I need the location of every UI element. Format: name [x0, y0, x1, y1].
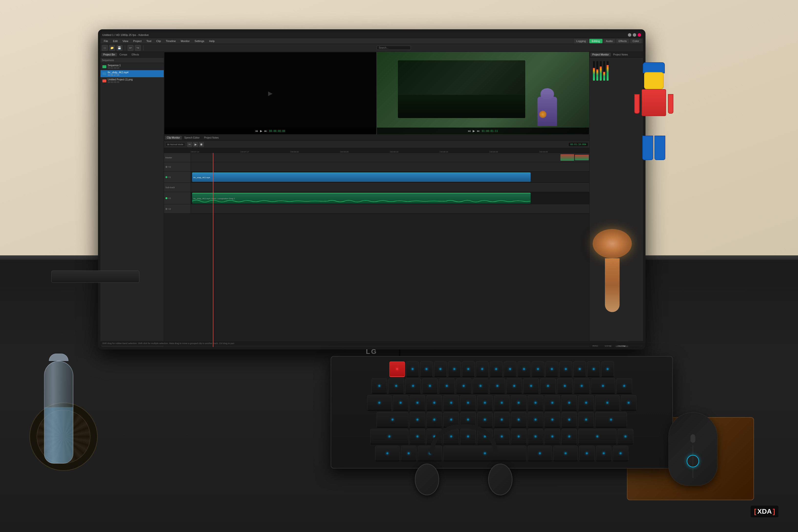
key-shift-right[interactable]	[578, 429, 616, 444]
key-f10[interactable]	[532, 361, 544, 377]
key-esc[interactable]	[390, 361, 405, 377]
key-f11[interactable]	[546, 361, 558, 377]
key-o[interactable]	[528, 395, 543, 411]
key-backtick[interactable]	[372, 378, 387, 394]
key-end[interactable]	[587, 361, 600, 377]
open-button[interactable]: 📁	[109, 45, 115, 51]
key-y[interactable]	[477, 395, 493, 411]
bin-item-video[interactable]: thr_uhdp_4K2.mp4 00:05:17:15	[100, 70, 164, 77]
key-pgup[interactable]	[621, 395, 636, 411]
track-content-v1[interactable]: thr_uhdp_4K2.mp4	[191, 172, 589, 183]
key-alt-right[interactable]	[528, 446, 552, 461]
key-pgdn[interactable]	[601, 361, 614, 377]
key-minus[interactable]	[557, 378, 573, 394]
key-r[interactable]	[443, 395, 459, 411]
key-f5[interactable]	[462, 361, 475, 377]
key-shift-left[interactable]	[370, 429, 408, 444]
next-frame-btn[interactable]: ⏭	[264, 129, 267, 133]
prev-frame-btn[interactable]: ⏮	[255, 129, 258, 133]
undo-button[interactable]: ↩	[128, 45, 133, 51]
close-button[interactable]	[638, 33, 641, 37]
key-t[interactable]	[460, 395, 476, 411]
key-f2[interactable]	[420, 361, 433, 377]
key-slash[interactable]	[562, 429, 577, 444]
key-i[interactable]	[511, 395, 527, 411]
key-right[interactable]	[613, 446, 628, 461]
program-prev-btn[interactable]: ⏮	[468, 129, 471, 133]
tab-logging[interactable]: Logging	[574, 39, 588, 43]
program-next-btn[interactable]: ⏭	[477, 129, 480, 133]
menu-project[interactable]: Project	[131, 39, 144, 43]
tab-effects[interactable]: Effects	[130, 53, 141, 56]
source-preview[interactable]: ▶ ⏮ ▶ ⏭ 00:00:00:00	[164, 52, 377, 135]
menu-tool[interactable]: Tool	[145, 39, 153, 43]
key-6[interactable]	[473, 378, 488, 394]
key-5[interactable]	[456, 378, 472, 394]
tab-project-monitor[interactable]: Project Monitor	[590, 53, 611, 56]
key-f6[interactable]	[476, 361, 489, 377]
audio-clip-1[interactable]: thr_uhdp_4K2.mp4 | track 1 composition D…	[192, 193, 531, 204]
menu-timeline[interactable]: Timeline	[164, 39, 178, 43]
key-enter[interactable]	[595, 412, 627, 428]
key-q[interactable]	[393, 395, 408, 411]
menu-help[interactable]: Help	[207, 39, 217, 43]
playhead[interactable]	[213, 153, 213, 347]
mouse[interactable]	[668, 412, 717, 486]
menu-view[interactable]: View	[120, 39, 130, 43]
minimize-button[interactable]	[628, 33, 631, 37]
key-up[interactable]	[618, 429, 633, 444]
key-backslash[interactable]	[595, 395, 620, 411]
track-content-a2[interactable]	[191, 204, 589, 213]
tab-audio[interactable]: Audio	[604, 39, 615, 43]
new-button[interactable]: □	[102, 45, 108, 51]
tab-library[interactable]: Clip Monitor	[165, 136, 182, 139]
key-f12[interactable]	[559, 361, 572, 377]
menu-file[interactable]: File	[102, 39, 110, 43]
key-f8[interactable]	[504, 361, 516, 377]
bin-item-sequence1[interactable]: Sequence 1 00:01:03:23	[100, 63, 164, 70]
key-w[interactable]	[410, 395, 425, 411]
tab-color[interactable]: Color	[630, 39, 641, 43]
key-backspace[interactable]	[591, 378, 615, 394]
key-ctrl-right[interactable]	[553, 446, 578, 461]
track-content-master[interactable]	[191, 153, 589, 162]
key-9[interactable]	[523, 378, 539, 394]
key-quote[interactable]	[578, 412, 594, 428]
key-e[interactable]	[426, 395, 442, 411]
key-period[interactable]	[545, 429, 560, 444]
key-ctrl-left[interactable]	[375, 446, 400, 461]
key-lbrace[interactable]	[562, 395, 577, 411]
program-play-btn[interactable]: ▶	[473, 129, 475, 133]
key-f3[interactable]	[434, 361, 447, 377]
tab-project-bin[interactable]: Project Bin	[101, 53, 117, 56]
tab-effects[interactable]: Effects	[616, 39, 629, 43]
key-1[interactable]	[388, 378, 404, 394]
redo-button[interactable]: ↪	[135, 45, 141, 51]
key-comma[interactable]	[528, 429, 543, 444]
key-u[interactable]	[494, 395, 510, 411]
key-3[interactable]	[422, 378, 438, 394]
menu-edit[interactable]: Edit	[111, 39, 119, 43]
key-capslock[interactable]	[377, 412, 408, 428]
bin-item-image[interactable]: Untitled Project (1).png 00:00:05:00	[100, 77, 164, 84]
key-f4[interactable]	[448, 361, 461, 377]
key-semicolon[interactable]	[562, 412, 577, 428]
zoom-mode[interactable]: de Normal Mode	[166, 142, 185, 146]
track-content-v2[interactable]	[191, 162, 589, 171]
key-tab[interactable]	[367, 395, 392, 411]
tab-speech-editor[interactable]: Speech Editor	[182, 136, 202, 139]
video-clip-1[interactable]: thr_uhdp_4K2.mp4	[192, 173, 531, 182]
tab-editing[interactable]: Editing	[589, 39, 603, 43]
tab-compositions[interactable]: Comps	[117, 53, 129, 56]
key-k[interactable]	[528, 412, 543, 428]
menu-monitor[interactable]: Monitor	[179, 39, 192, 43]
key-down[interactable]	[596, 446, 611, 461]
menu-clip[interactable]: Clip	[154, 39, 163, 43]
maximize-button[interactable]	[633, 33, 636, 37]
key-2[interactable]	[405, 378, 421, 394]
key-p[interactable]	[545, 395, 560, 411]
key-4[interactable]	[439, 378, 455, 394]
key-rbrace[interactable]	[578, 395, 594, 411]
key-l[interactable]	[545, 412, 560, 428]
key-home[interactable]	[616, 378, 632, 394]
